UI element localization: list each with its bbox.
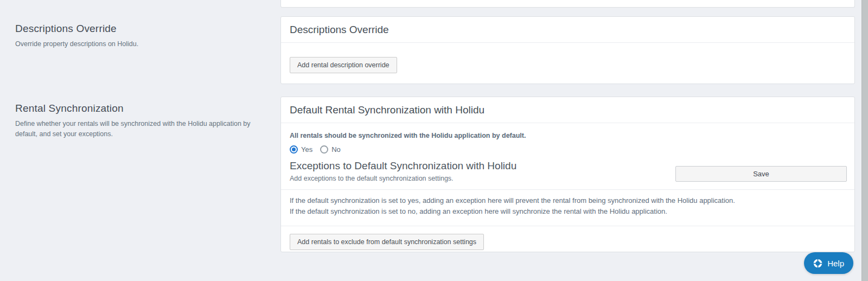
sync-default-radio-group: Yes No — [290, 145, 846, 154]
radio-option-yes[interactable]: Yes — [290, 145, 312, 154]
default-rental-synchronization-card: Default Rental Synchronization with Holi… — [280, 97, 855, 252]
divider — [281, 226, 854, 226]
section-title: Descriptions Override — [15, 23, 265, 35]
card-title: Default Rental Synchronization with Holi… — [281, 97, 854, 123]
radio-yes-label: Yes — [301, 145, 312, 154]
previous-card-bottom-edge — [280, 0, 855, 8]
save-button[interactable]: Save — [675, 166, 847, 182]
divider — [281, 189, 854, 190]
add-rental-description-override-button[interactable]: Add rental description override — [290, 57, 397, 73]
help-button-label: Help — [827, 259, 844, 268]
radio-option-no[interactable]: No — [320, 145, 341, 154]
add-rentals-to-exclude-button[interactable]: Add rentals to exclude from default sync… — [290, 234, 484, 250]
descriptions-override-card: Descriptions Override Add rental descrip… — [280, 16, 855, 84]
section-rental-synchronization-label: Rental Synchronization Define whether yo… — [15, 103, 265, 139]
vertical-scrollbar[interactable] — [861, 0, 868, 281]
exceptions-info-line-yes: If the default synchronization is set to… — [290, 195, 846, 206]
radio-yes-selected-icon[interactable] — [290, 145, 298, 154]
radio-no-unselected-icon[interactable] — [320, 145, 328, 154]
exceptions-info-text: If the default synchronization is set to… — [290, 195, 846, 217]
radio-no-label: No — [331, 145, 341, 154]
lifebuoy-icon — [813, 259, 822, 268]
section-descriptions-override-label: Descriptions Override Override property … — [15, 23, 265, 49]
section-description: Define whether your rentals will be sync… — [15, 119, 260, 139]
help-button[interactable]: Help — [804, 252, 853, 274]
section-description: Override property descriptions on Holidu… — [15, 39, 260, 49]
section-title: Rental Synchronization — [15, 103, 265, 114]
sync-default-question: All rentals should be synchronized with … — [290, 132, 846, 140]
exceptions-info-line-no: If the default synchronization is set to… — [290, 206, 846, 217]
card-title: Descriptions Override — [281, 17, 854, 43]
